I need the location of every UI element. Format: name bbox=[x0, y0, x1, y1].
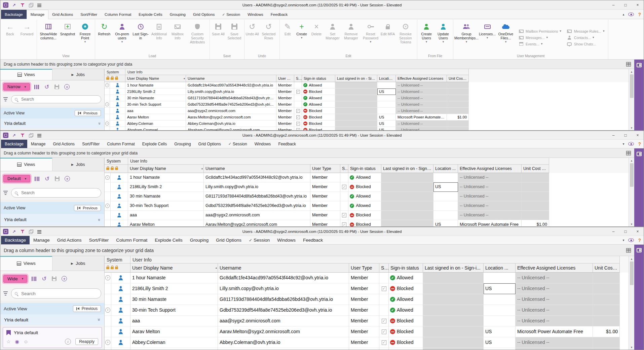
maximize-button[interactable]: □ bbox=[619, 227, 632, 236]
last-signed-in-cell[interactable] bbox=[335, 89, 377, 95]
header-signin-status[interactable]: Sign-in status bbox=[348, 165, 381, 173]
unit-cost-cell[interactable] bbox=[593, 316, 620, 326]
user-display-name-cell[interactable]: Aarav Melton bbox=[128, 220, 204, 226]
filter-icon[interactable] bbox=[20, 133, 25, 138]
table-row[interactable]: 2186Lilly Smith 2 Lilly.smith.copy@ovh.y… bbox=[105, 283, 629, 294]
save-view-icon[interactable] bbox=[53, 83, 60, 90]
header-sync[interactable]: Sy... bbox=[340, 165, 348, 173]
user-display-name-cell[interactable]: Abraham Cromwel bbox=[125, 127, 186, 130]
expand-cell[interactable] bbox=[105, 82, 110, 89]
unit-cost-cell[interactable] bbox=[522, 201, 549, 211]
add-view-icon[interactable]: + bbox=[64, 83, 70, 90]
search-input[interactable] bbox=[11, 188, 101, 198]
filter-icon[interactable] bbox=[20, 2, 25, 8]
side-panel-strip[interactable] bbox=[634, 148, 644, 226]
table-row[interactable]: 1 hour Namaste Gc8daffc1fe434acd997a0554… bbox=[105, 173, 629, 182]
expand-row-icon[interactable] bbox=[105, 83, 109, 87]
reset-password-button[interactable]: Reset Password▾ bbox=[361, 20, 380, 54]
add-view-icon[interactable]: + bbox=[64, 175, 71, 182]
username-cell[interactable]: Lilly.smith.copy@ovh.ytria.io bbox=[204, 182, 310, 192]
location-cell[interactable] bbox=[484, 294, 516, 305]
last-signed-in-cell[interactable] bbox=[381, 192, 433, 201]
view-card[interactable]: Ytria default ☆ ◉ ☺ i Reapply bbox=[3, 327, 102, 348]
grid-views-icon[interactable] bbox=[626, 62, 631, 66]
user-display-name-cell[interactable]: 30 min Namaste bbox=[128, 192, 204, 201]
tab-backstage[interactable]: Backstage bbox=[1, 236, 30, 244]
user-type-cell[interactable]: Member bbox=[276, 108, 294, 114]
tab-backstage[interactable]: Backstage bbox=[1, 140, 27, 148]
username-cell[interactable]: Aarav.Melton@sygx2.onmicrosoft.com bbox=[186, 114, 276, 120]
view-marker-icon[interactable]: ◉ bbox=[15, 339, 19, 344]
username-cell[interactable]: G8117193d7884404d8fa54dbba626bd43@ovh.yt… bbox=[218, 294, 349, 305]
user-display-name-cell[interactable]: aaa bbox=[125, 108, 186, 114]
user-display-name-cell[interactable]: aaa bbox=[130, 316, 218, 326]
header-user-display-name[interactable]: User Display Name▴ bbox=[125, 75, 186, 82]
header-last-signed-in[interactable]: Last signed in on - Sign-i... bbox=[381, 165, 433, 173]
unit-cost-cell[interactable] bbox=[522, 182, 549, 192]
forward-button[interactable]: →Forward bbox=[18, 20, 36, 54]
unit-cost-cell[interactable] bbox=[447, 89, 469, 95]
unit-cost-cell[interactable]: $1.00 bbox=[522, 220, 549, 226]
licenses-cell[interactable]: -- Unlicensed -- bbox=[516, 273, 593, 283]
unit-cost-cell[interactable] bbox=[593, 283, 620, 294]
last-signed-in-cell[interactable] bbox=[381, 182, 433, 192]
reapply-button[interactable]: Reapply bbox=[75, 338, 98, 345]
save-selected-button[interactable]: Save Selected bbox=[226, 20, 243, 54]
signin-status-cell[interactable]: Blocked bbox=[302, 127, 335, 130]
signin-status-cell[interactable]: Blocked bbox=[348, 182, 381, 192]
row-checkbox[interactable] bbox=[296, 128, 300, 131]
expand-cell[interactable] bbox=[105, 89, 110, 95]
table-row[interactable]: 30 min Namaste G8117193d7884404d8fa54dbb… bbox=[105, 95, 629, 101]
scroll-down-icon[interactable]: ▾ bbox=[631, 345, 633, 350]
user-type-cell[interactable]: Member bbox=[276, 127, 294, 130]
tab-grid-actions[interactable]: Grid Actions bbox=[53, 236, 85, 244]
user-type-cell[interactable]: Member bbox=[276, 89, 294, 95]
licenses-cell[interactable]: -- Unlicensed -- bbox=[458, 173, 522, 182]
header-sync[interactable]: Sy... bbox=[379, 264, 389, 273]
filter-icon[interactable] bbox=[3, 97, 8, 101]
username-cell[interactable]: aaa@sygx2.onmicrosoft.com bbox=[186, 108, 276, 114]
licenses-cell[interactable]: Microsoft Power Automate Free bbox=[458, 220, 522, 226]
tab-column-format[interactable]: Column Format bbox=[101, 10, 135, 19]
unit-cost-cell[interactable] bbox=[447, 82, 469, 89]
view-size-dropdown[interactable]: Wide▾ bbox=[3, 275, 27, 283]
contacts-button[interactable]: Contacts...▾ bbox=[567, 36, 605, 40]
location-cell[interactable]: US bbox=[377, 127, 396, 130]
share-icon[interactable]: ↗ bbox=[11, 229, 17, 234]
copy-icon[interactable] bbox=[28, 2, 34, 8]
sync-cell[interactable] bbox=[340, 192, 348, 201]
last-sign-in-button[interactable]: Last Sign-in bbox=[132, 20, 149, 54]
sync-cell[interactable] bbox=[340, 220, 348, 226]
last-signed-in-cell[interactable] bbox=[423, 294, 484, 305]
search-input[interactable] bbox=[11, 288, 101, 299]
tab-grid-options[interactable]: Grid Options bbox=[195, 140, 225, 148]
signin-status-cell[interactable]: Blocked bbox=[348, 211, 381, 220]
user-display-name-cell[interactable]: 2186Lilly Smith 2 bbox=[125, 89, 186, 95]
grouping-zone[interactable]: Drag a column header to this grouping zo… bbox=[0, 60, 644, 69]
location-cell[interactable] bbox=[484, 305, 516, 316]
create-users-button[interactable]: Create Users▾ bbox=[418, 20, 434, 54]
row-checkbox[interactable] bbox=[382, 286, 386, 291]
table-row[interactable]: 30 min Namaste G8117193d7884404d8fa54dbb… bbox=[105, 192, 629, 201]
licenses-cell[interactable]: -- Unlicensed -- bbox=[396, 120, 447, 127]
tab-jobs[interactable]: ▶Jobs bbox=[52, 256, 105, 271]
search-input[interactable] bbox=[11, 95, 101, 103]
view-size-dropdown[interactable]: Narrow▾ bbox=[3, 83, 30, 91]
sync-cell[interactable] bbox=[379, 273, 389, 283]
expand-row-icon[interactable] bbox=[105, 204, 110, 208]
tab-views[interactable]: Views bbox=[0, 158, 52, 171]
last-signed-in-cell[interactable] bbox=[335, 82, 377, 89]
header-signin-status[interactable]: Sign-in status bbox=[302, 75, 335, 82]
tab-explode-cells[interactable]: Explode Cells bbox=[135, 10, 166, 19]
header-user-type[interactable]: User Type bbox=[349, 264, 379, 273]
signin-status-cell[interactable]: Blocked bbox=[302, 89, 335, 95]
username-cell[interactable]: Lilly.smith.copy@ovh.ytria.io bbox=[186, 89, 276, 95]
header-user-type[interactable]: User Type bbox=[276, 75, 294, 82]
add-view-icon[interactable]: + bbox=[61, 275, 68, 282]
location-cell[interactable]: US bbox=[433, 220, 458, 226]
signin-status-cell[interactable]: Allowed bbox=[302, 101, 335, 108]
maximize-button[interactable]: □ bbox=[619, 0, 632, 9]
licenses-cell[interactable]: -- Unlicensed -- bbox=[516, 305, 593, 316]
header-last-signed-in[interactable]: Last signed in on - Sign-i... bbox=[335, 75, 377, 82]
user-type-cell[interactable]: Member bbox=[276, 101, 294, 108]
